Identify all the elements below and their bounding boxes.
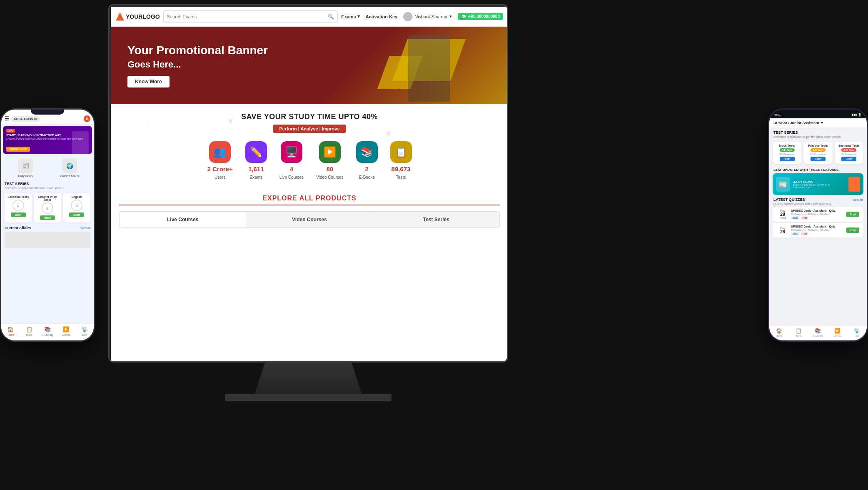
nav-tests[interactable]: 📋 Tests [20,326,38,336]
category-current-affairs[interactable]: 🌍 Current Affairs [49,158,90,178]
quiz-meta-2: 20 Questions · 20 Marks · 60 Mins [791,229,844,231]
practice-tests-badge: 0.34 Sets [811,148,826,152]
exam-selector[interactable]: UPSSSC Junior Assistant ▾ [773,121,823,125]
tab-test-series[interactable]: Test Series [373,212,499,228]
stat-users: 👥 2 Crore+ Users [207,141,232,180]
rp-nav-elibrary[interactable]: 📚 E-Library [808,328,828,337]
promo-banner: Your Promotional Banner Goes Here... Kno… [111,27,508,104]
daily-news-card-icon: 📰 [776,177,790,192]
banner-person [408,35,450,102]
quizzes-title: LATEST QUIZZES [773,198,805,202]
category-daily-news[interactable]: 📰 Daily News [5,158,46,178]
phone-contact[interactable]: 💬 +91-0000000000 [458,13,503,20]
nav-home[interactable]: 🏠 Home [1,326,20,336]
left-phone: ☰ CBSE Class IX 🔔 LIVE START LEARNING IN… [0,108,95,342]
quiz-tag-eng-2: ENG [791,232,800,235]
exams-chevron-icon: ▾ [357,14,360,19]
view-all-link[interactable]: View all [80,227,90,230]
rp-nav-home[interactable]: 🏠 Home [769,328,789,337]
user-chevron-icon: ▾ [449,14,452,19]
logo-text: YOURLOGO [126,13,160,20]
deco-cross-1: ✕ [227,117,234,126]
right-phone: 9:41 ▮▮▮ 🔋 UPSSSC Junior Assistant ▾ TES… [768,108,868,342]
current-affairs-title: Current Affairs [5,226,31,230]
rp-nav-videos[interactable]: ▶️ Videos [828,328,847,337]
quiz-meta-text-2: 20 Questions · 20 Marks · 60 Mins [791,229,829,231]
live-courses-label: Live Courses [279,175,304,180]
video-courses-icon: ▶️ [324,146,336,158]
quiz-item-1[interactable]: May 29 2024 UPSSSC Junior Assistant - Qu… [773,207,863,222]
tests-number: 89,673 [392,165,411,172]
rp-card-mock[interactable]: Mock Tests 0.14 Sets 0% Completed Start [773,142,801,164]
quizzes-view-all[interactable]: View All [853,198,863,201]
practice-start-button[interactable]: Start [811,157,826,161]
rp-card-sectional[interactable]: Sectional Tests 0.21 Sets 0% Completed S… [835,142,863,164]
rp-header: UPSSSC Junior Assistant ▾ [769,118,867,128]
banner-line1: Your Promotional Banner [127,43,268,58]
test-card-chapter[interactable]: Chapter Wise Tests ⊙ Start [34,193,61,222]
tests-stat-icon: 📋 [395,146,407,158]
live-courses-icon: 🖥️ [285,146,298,158]
elibrary-label: E-Library [42,333,53,336]
users-number: 2 Crore+ [207,165,232,172]
exams-stat-icon: ✏️ [250,146,262,158]
quizzes-header: LATEST QUIZZES View All [769,195,867,202]
notification-bell[interactable]: 🔔 [84,115,90,122]
quiz-date-2: May 28 [777,227,788,234]
mock-start-button[interactable]: Start [780,157,795,161]
tab-live-courses[interactable]: Live Courses [120,212,246,228]
search-bar[interactable]: 🔍 [163,10,338,23]
rp-nav-live[interactable]: 📡 Live [847,328,867,337]
english-circle: ⊙ [71,200,82,211]
exam-selector-label: UPSSSC Junior Assistant [773,121,819,125]
user-menu[interactable]: Nishant Sharma ▾ [403,12,452,21]
class-badge[interactable]: CBSE Class IX [11,116,40,122]
ebooks-number: 2 [365,165,368,172]
nav-elibrary[interactable]: 📚 E-Library [38,326,57,336]
exams-label: Exams [341,14,356,19]
quiz-day-2: 28 [777,230,788,234]
banner-person-image [72,131,89,154]
rp-test-series-title: TEST SERIES [769,128,867,135]
english-start-button[interactable]: Start [69,212,84,217]
rp-card-practice[interactable]: Practice Tests 0.34 Sets 0% Completed St… [803,142,832,164]
quizzes-sub: Quickly assess yourself with a new quiz … [769,202,867,207]
nav-live[interactable]: 📡 Live [75,326,94,336]
phone-bottom-nav: 🏠 Home 📋 Tests 📚 E-Library ▶️ Videos 📡 [1,323,94,340]
phone-notch [31,110,64,115]
live-icon: 📡 [81,326,88,332]
phone-number: +91-0000000000 [468,14,500,19]
daily-news-title: DAILY NEWS [793,180,846,184]
rp-videos-label: Videos [834,335,841,337]
activation-key-link[interactable]: Activation Key [366,14,397,19]
features-title: STAY UPDATED WITH THESE FEATURES [769,165,867,173]
nav-videos[interactable]: ▶️ Videos [57,326,75,336]
sectional-start-button-rp[interactable]: Start [841,157,856,161]
tab-video-courses[interactable]: Video Courses [246,212,373,228]
quiz-start-button-1[interactable]: Start [846,212,859,217]
ebooks-label: E-Books [359,175,375,180]
rp-videos-icon: ▶️ [834,328,841,334]
search-input[interactable] [167,14,326,19]
exams-menu[interactable]: Exams ▾ [341,14,359,19]
ebooks-icon: 📚 [361,146,373,158]
quiz-start-button-2[interactable]: Start [846,228,859,233]
test-card-english[interactable]: English ⊙ Start [63,193,90,222]
enroll-button[interactable]: ENROLL NOW [6,147,30,152]
quiz-info-2: UPSSSC Junior Assistant - Quiz 20 Questi… [791,225,844,235]
sectional-start-button[interactable]: Start [11,212,26,217]
hamburger-icon[interactable]: ☰ [5,116,9,122]
deco-cross-2: ✕ [385,129,392,138]
daily-news-card[interactable]: 📰 DAILY NEWS DAILY UPDATES OF NEWS FOR P… [773,173,863,195]
video-courses-icon-wrap: ▶️ [319,141,341,163]
quiz-name-1: UPSSSC Junior Assistant - Quiz [791,209,844,212]
know-more-button[interactable]: Know More [127,76,170,88]
test-card-sectional[interactable]: Sectional Tests ⊙ Start [5,193,32,222]
explore-title: EXPLORE ALL PRODUCTS [119,195,500,205]
sectional-tests-rp-progress: 0% Completed [841,153,857,155]
quiz-item-2[interactable]: May 28 UPSSSC Junior Assistant - Quiz 20… [773,223,863,238]
daily-news-icon: 📰 [18,158,33,173]
chapter-start-button[interactable]: Start [40,215,55,220]
rp-nav-tests[interactable]: 📋 Tests [789,328,808,337]
quiz-tags-2: ENG HIN [791,232,844,235]
